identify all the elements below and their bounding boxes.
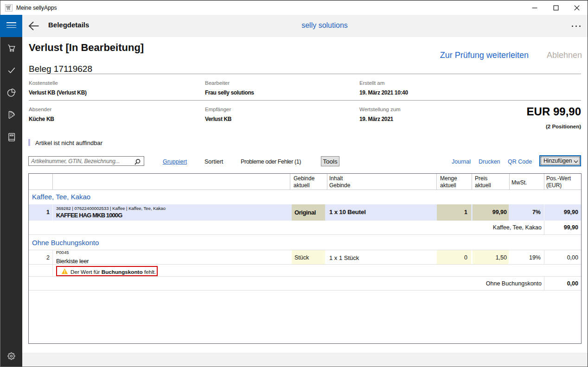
cell-gebinde: Stück: [294, 254, 309, 261]
problems-link[interactable]: Probleme oder Fehler (1): [241, 158, 301, 165]
gear-icon: [7, 352, 16, 361]
sidebar-item-statistics[interactable]: [0, 82, 22, 104]
ellipsis-icon: [572, 25, 573, 27]
column-separator: [290, 174, 290, 190]
cell-inhalt: 1 x 10 Beutel: [329, 209, 366, 215]
grouped-link[interactable]: Gruppiert: [163, 158, 187, 165]
back-arrow-icon: [28, 20, 40, 32]
hamburger-icon-line: [6, 27, 16, 28]
column-separator: [544, 277, 544, 290]
warning-text-suffix: fehlt.: [143, 269, 156, 275]
title-bar: Meine sellyApps: [0, 0, 588, 15]
total-positions: (2 Positionen): [546, 124, 581, 129]
divider: [29, 100, 581, 101]
journal-link[interactable]: Journal: [452, 158, 471, 165]
book-icon: [7, 133, 16, 142]
more-button[interactable]: [567, 18, 585, 34]
field-value-empfaenger: Verlust KB: [205, 116, 231, 122]
close-button[interactable]: [566, 0, 588, 15]
sidebar-item-settings[interactable]: [0, 345, 22, 367]
add-button-label: Hinzufügen: [543, 158, 572, 164]
cell-preis: 1,50: [473, 254, 507, 261]
field-label-empfaenger: Empfänger: [205, 107, 231, 112]
pie-chart-icon: [6, 88, 17, 98]
forward-for-review-link[interactable]: Zur Prüfung weiterleiten: [440, 51, 529, 60]
cell-menge: 0: [437, 254, 467, 261]
positions-table: Gebinde aktuell Inhalt Gebinde Menge akt…: [28, 173, 582, 344]
table-row-warning: Der Wert für Buchungskonto fehlt.: [29, 265, 581, 277]
maximize-icon: [553, 5, 559, 11]
hamburger-menu-button[interactable]: [0, 15, 22, 37]
search-box: [28, 156, 144, 166]
maximize-button[interactable]: [545, 0, 567, 15]
pizza-slice-icon: [7, 110, 16, 120]
column-separator: [436, 174, 437, 190]
field-value-kostenstelle: Verlust KB (Verlust KB): [29, 89, 87, 96]
field-label-kostenstelle: Kostenstelle: [29, 80, 58, 86]
cell-mwst: 7%: [509, 209, 541, 215]
back-button[interactable]: [28, 20, 40, 32]
tools-button[interactable]: Tools: [321, 156, 339, 166]
document-subtitle: Beleg 17119628: [29, 64, 92, 74]
print-link[interactable]: Drucken: [479, 158, 500, 165]
group-subtotal-row: Ohne Buchungskonto 0,00: [29, 277, 581, 291]
group-name: Kaffee, Tee, Kakao: [32, 193, 90, 201]
column-separator: [327, 174, 327, 190]
column-separator: [52, 250, 53, 264]
hint-text: Artikel ist nicht auffindbar: [35, 139, 102, 146]
add-button[interactable]: Hinzufügen: [539, 155, 581, 166]
col-header-gebinde[interactable]: Gebinde aktuell: [294, 175, 314, 189]
column-separator: [52, 174, 53, 190]
subtotal-value: 0,00: [567, 280, 578, 287]
field-value-wertstellung: 19. März 2021: [359, 116, 393, 122]
brand-title: selly solutions: [301, 21, 348, 30]
ellipsis-dot: [579, 25, 581, 27]
column-separator: [52, 204, 53, 221]
item-name: KAFFEE HAG MKB 1000G: [56, 212, 122, 219]
cell-mwst: 19%: [509, 254, 541, 261]
col-header-mwst[interactable]: MwSt.: [511, 179, 527, 186]
cell-wert: 0,00: [544, 254, 578, 261]
sidebar-item-tasks[interactable]: [0, 59, 22, 82]
col-header-wert[interactable]: Pos.-Wert (EUR): [546, 175, 571, 189]
col-header-inhalt[interactable]: Inhalt Gebinde: [329, 175, 350, 189]
table-row-item-1[interactable]: 1 369282 | 07622400002533 | Kaffee | Kaf…: [29, 204, 581, 221]
minimize-button[interactable]: [524, 0, 545, 15]
hamburger-icon-line: [6, 25, 16, 26]
group-name: Ohne Buchungskonto: [32, 239, 99, 247]
group-subtotal-row: Kaffee, Tee, Kakao 99,90: [29, 221, 581, 235]
column-separator: [509, 174, 510, 190]
table-header-row: Gebinde aktuell Inhalt Gebinde Menge akt…: [29, 174, 581, 190]
warning-text-emphasis: Buchungskonto: [102, 269, 143, 275]
subtotal-label: Kaffee, Tee, Kakao: [493, 224, 542, 231]
total-amount: EUR 99,90: [527, 105, 581, 118]
column-separator: [472, 174, 472, 190]
hamburger-icon: [6, 22, 16, 23]
reject-link[interactable]: Ablehnen: [547, 51, 582, 60]
sorted-link[interactable]: Sortiert: [205, 158, 223, 165]
field-label-erstellt-am: Erstellt am: [359, 80, 384, 86]
chevron-down-icon: [574, 160, 578, 164]
footer-strip: [22, 353, 588, 367]
field-value-absender: Küche KB: [29, 116, 54, 122]
document-title: Verlust [In Bearbeitung]: [29, 42, 144, 54]
col-header-menge[interactable]: Menge aktuell: [440, 175, 457, 189]
search-icon: [134, 158, 141, 165]
warning-icon: [61, 268, 68, 274]
sidebar-item-shop[interactable]: [0, 37, 22, 59]
table-row-item-2[interactable]: 2 P0045 Bierkiste leer Stück 1 x 1 Stück…: [29, 250, 581, 265]
group-header-row: Ohne Buchungskonto: [29, 235, 581, 250]
cell-preis: 99,90: [473, 209, 507, 215]
sidebar-item-catalog[interactable]: [0, 126, 22, 148]
warning-text-prefix: Der Wert für: [70, 269, 102, 275]
row-number: 2: [29, 254, 50, 261]
col-header-preis[interactable]: Preis aktuell: [475, 175, 491, 189]
shopping-cart-icon: [7, 44, 16, 53]
sidebar-item-food[interactable]: [0, 104, 22, 126]
search-input[interactable]: [31, 157, 131, 165]
item-meta: 369282 | 07622400002533 | Kaffee | Kaffe…: [56, 206, 166, 211]
cell-wert: 99,90: [544, 209, 578, 215]
qr-code-link[interactable]: QR Code: [508, 158, 532, 165]
subtotal-value: 99,90: [564, 224, 578, 231]
checkmark-icon: [7, 66, 16, 75]
